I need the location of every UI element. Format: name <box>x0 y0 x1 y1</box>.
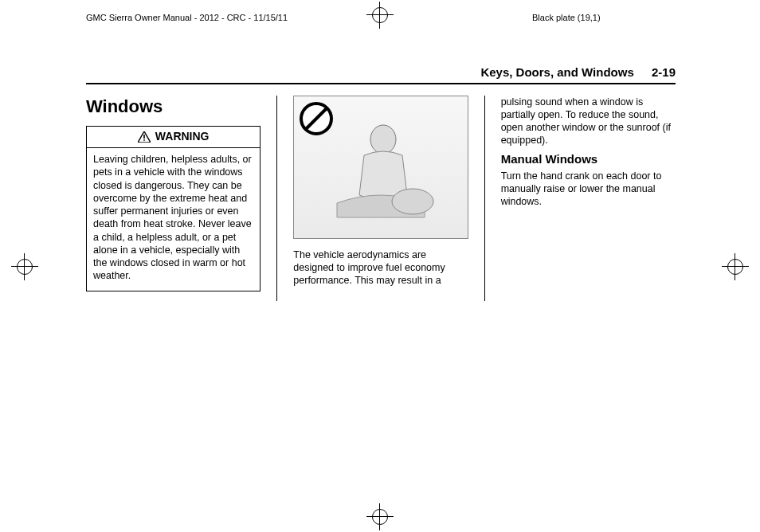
registration-mark-icon <box>11 253 38 280</box>
column-1: Windows WARNING Leaving children, helple… <box>86 96 261 301</box>
warning-header: WARNING <box>87 127 260 148</box>
registration-mark-icon <box>366 503 394 530</box>
running-head: Keys, Doors, and Windows 2-19 <box>86 65 676 79</box>
running-head-page: 2-19 <box>652 65 676 79</box>
child-in-car-icon <box>321 108 441 227</box>
illustration <box>293 96 468 239</box>
prohibit-icon <box>299 101 334 136</box>
running-head-section: Keys, Doors, and Windows <box>480 65 633 79</box>
column-separator <box>276 96 277 301</box>
continuation-text: pulsing sound when a window is partially… <box>501 96 676 147</box>
svg-rect-1 <box>143 139 145 141</box>
svg-point-5 <box>392 189 433 214</box>
svg-point-4 <box>370 125 396 154</box>
registration-mark-icon <box>366 2 394 29</box>
print-meta-left: GMC Sierra Owner Manual - 2012 - CRC - 1… <box>86 13 288 22</box>
header-rule <box>86 83 676 84</box>
column-2: The vehicle aerodynamics are designed to… <box>293 96 468 301</box>
body-columns: Windows WARNING Leaving children, helple… <box>86 96 676 301</box>
svg-rect-0 <box>143 135 145 139</box>
warning-label: WARNING <box>155 130 210 144</box>
registration-mark-icon <box>722 253 749 280</box>
warning-body: Leaving children, helpless adults, or pe… <box>87 148 260 291</box>
subsection-body: Turn the hand crank on each door to manu… <box>501 170 676 208</box>
illustration-caption: The vehicle aerodynamics are designed to… <box>293 248 468 287</box>
warning-triangle-icon <box>138 131 151 143</box>
print-meta-right: Black plate (19,1) <box>532 13 601 22</box>
column-separator <box>484 96 485 301</box>
section-heading: Windows <box>86 96 261 118</box>
page-root: GMC Sierra Owner Manual - 2012 - CRC - 1… <box>0 0 760 532</box>
column-3: pulsing sound when a window is partially… <box>501 96 676 301</box>
warning-box: WARNING Leaving children, helpless adult… <box>86 126 261 291</box>
subsection-heading: Manual Windows <box>501 151 676 166</box>
